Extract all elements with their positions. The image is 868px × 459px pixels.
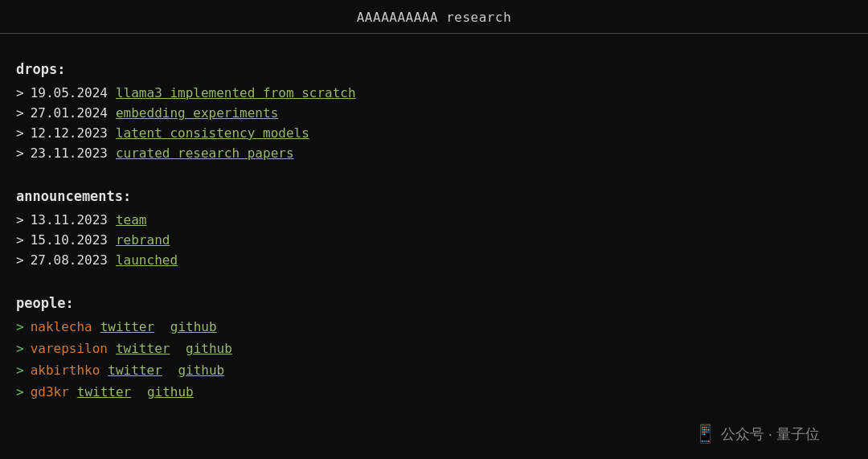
drops-link-2[interactable]: embedding experiments [116, 105, 278, 121]
arrow-icon: > [16, 363, 24, 378]
date: 12.12.2023 [31, 125, 108, 141]
wechat-icon: 📱 [694, 424, 716, 445]
date: 15.10.2023 [31, 232, 108, 248]
announcement-link-1[interactable]: team [116, 212, 147, 227]
announcement-link-3[interactable]: launched [116, 252, 178, 268]
arrow-icon: > [16, 232, 24, 248]
list-item: > 23.11.2023 curated research papers [16, 145, 547, 161]
github-link[interactable]: github [147, 384, 194, 400]
announcements-section: announcements: > 13.11.2023 team > 15.10… [16, 188, 547, 268]
drops-link-3[interactable]: latent consistency models [116, 125, 309, 141]
arrow-icon: > [16, 252, 24, 268]
list-item: > varepsilon twitter github [16, 341, 547, 356]
people-label: people: [16, 295, 547, 311]
person-links: twitter github [92, 319, 217, 334]
date: 23.11.2023 [31, 145, 108, 161]
date: 27.08.2023 [31, 252, 108, 268]
arrow-icon: > [16, 319, 24, 334]
list-item: > gd3kr twitter github [16, 384, 547, 400]
list-item: > 19.05.2024 llama3 implemented from scr… [16, 85, 547, 100]
announcements-label: announcements: [16, 188, 547, 204]
drops-section: drops: > 19.05.2024 llama3 implemented f… [16, 61, 547, 161]
twitter-link[interactable]: twitter [116, 341, 170, 356]
github-link[interactable]: github [178, 363, 224, 378]
person-name: naklecha [31, 319, 92, 334]
person-links: twitter github [108, 341, 232, 356]
announcement-link-2[interactable]: rebrand [116, 232, 170, 248]
arrow-icon: > [16, 85, 24, 100]
header-title: AAAAAAAAAA research [357, 10, 512, 25]
list-item: > akbirthko twitter github [16, 363, 547, 378]
person-links: twitter github [100, 363, 224, 378]
arrow-icon: > [16, 384, 24, 400]
people-section: people: > naklecha twitter github > vare… [16, 295, 547, 400]
date: 13.11.2023 [31, 212, 108, 227]
arrow-icon: > [16, 125, 24, 141]
twitter-link[interactable]: twitter [77, 384, 131, 400]
person-name: akbirthko [31, 363, 100, 378]
person-name: gd3kr [31, 384, 69, 400]
github-link[interactable]: github [170, 319, 217, 334]
list-item: > 27.08.2023 launched [16, 252, 547, 268]
list-item: > 13.11.2023 team [16, 212, 547, 227]
date: 27.01.2024 [31, 105, 108, 121]
arrow-icon: > [16, 212, 24, 227]
github-link[interactable]: github [186, 341, 232, 356]
arrow-icon: > [16, 105, 24, 121]
list-item: > naklecha twitter github [16, 319, 547, 334]
date: 19.05.2024 [31, 85, 108, 100]
drops-link-1[interactable]: llama3 implemented from scratch [116, 85, 356, 100]
person-links: twitter github [69, 384, 194, 400]
list-item: > 12.12.2023 latent consistency models [16, 125, 547, 141]
list-item: > 27.01.2024 embedding experiments [16, 105, 547, 121]
arrow-icon: > [16, 341, 24, 356]
twitter-link[interactable]: twitter [100, 319, 154, 334]
drops-link-4[interactable]: curated research papers [116, 145, 294, 161]
list-item: > 15.10.2023 rebrand [16, 232, 547, 248]
drops-label: drops: [16, 61, 547, 77]
arrow-icon: > [16, 145, 24, 161]
watermark: 📱 公众号 · 量子位 [694, 424, 820, 445]
twitter-link[interactable]: twitter [108, 363, 162, 378]
watermark-text: 公众号 · 量子位 [721, 424, 820, 444]
header: AAAAAAAAAA research [0, 0, 868, 34]
person-name: varepsilon [31, 341, 108, 356]
